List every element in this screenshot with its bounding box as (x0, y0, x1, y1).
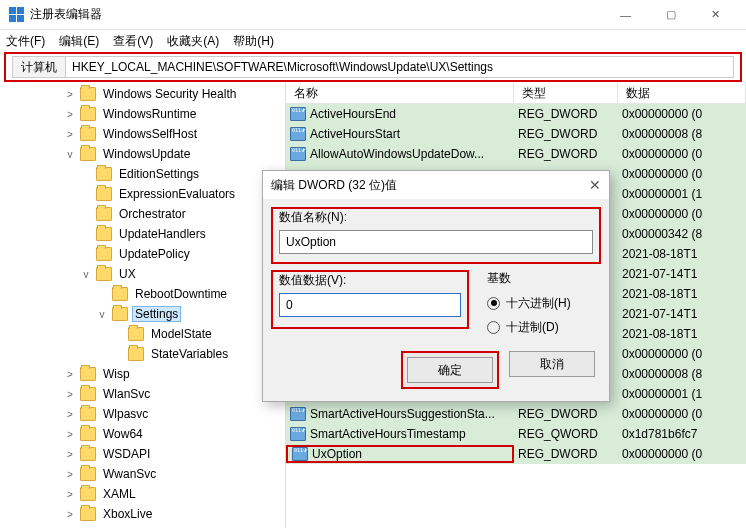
menu-favorites[interactable]: 收藏夹(A) (167, 33, 219, 50)
value-type: REG_DWORD (514, 127, 618, 141)
tree-toggle-icon[interactable]: v (96, 309, 108, 320)
col-data[interactable]: 数据 (618, 82, 746, 103)
tree-item[interactable]: >Wlpasvc (0, 404, 285, 424)
dword-icon (290, 427, 306, 441)
tree-item[interactable]: vUX (0, 264, 285, 284)
tree-item-label: WlanSvc (100, 386, 153, 402)
list-row[interactable]: ActiveHoursEndREG_DWORD0x00000000 (0 (286, 104, 746, 124)
registry-tree[interactable]: >Windows Security Health>WindowsRuntime>… (0, 82, 286, 528)
tree-item[interactable]: Orchestrator (0, 204, 285, 224)
tree-item[interactable]: >Wow64 (0, 424, 285, 444)
menu-help[interactable]: 帮助(H) (233, 33, 274, 50)
tree-item[interactable]: >Windows Security Health (0, 84, 285, 104)
regedit-icon (8, 7, 24, 23)
radio-hex-icon (487, 297, 500, 310)
list-row[interactable]: AllowAutoWindowsUpdateDow...REG_DWORD0x0… (286, 144, 746, 164)
tree-toggle-icon[interactable]: v (64, 149, 76, 160)
address-bar[interactable]: 计算机 HKEY_LOCAL_MACHINE\SOFTWARE\Microsof… (12, 56, 734, 78)
folder-icon (80, 487, 96, 501)
cancel-button[interactable]: 取消 (509, 351, 595, 377)
tree-toggle-icon[interactable]: > (64, 389, 76, 400)
ok-button[interactable]: 确定 (407, 357, 493, 383)
tree-item[interactable]: >XboxLive (0, 504, 285, 524)
value-name-field[interactable] (279, 230, 593, 254)
tree-toggle-icon[interactable]: v (80, 269, 92, 280)
tree-item[interactable]: >WindowsSelfHost (0, 124, 285, 144)
tree-item-label: WindowsRuntime (100, 106, 199, 122)
tree-item-label: UX (116, 266, 139, 282)
value-data-field[interactable] (279, 293, 461, 317)
tree-item-label: RebootDowntime (132, 286, 230, 302)
tree-toggle-icon[interactable]: > (64, 109, 76, 120)
tree-item[interactable]: UpdatePolicy (0, 244, 285, 264)
tree-item[interactable]: EditionSettings (0, 164, 285, 184)
value-data: 0x00000342 (8 (618, 227, 746, 241)
tree-item-label: Windows Security Health (100, 86, 239, 102)
close-button[interactable]: ✕ (693, 0, 738, 30)
list-header: 名称 类型 数据 (286, 82, 746, 104)
tree-item[interactable]: ModelState (0, 324, 285, 344)
value-name: AllowAutoWindowsUpdateDow... (310, 147, 484, 161)
menu-edit[interactable]: 编辑(E) (59, 33, 99, 50)
folder-icon (96, 227, 112, 241)
list-row[interactable]: SmartActiveHoursSuggestionSta...REG_DWOR… (286, 404, 746, 424)
tree-toggle-icon[interactable]: > (64, 469, 76, 480)
tree-toggle-icon[interactable]: > (64, 129, 76, 140)
tree-item-label: Wisp (100, 366, 133, 382)
value-data: 0x00000000 (0 (618, 147, 746, 161)
dialog-titlebar[interactable]: 编辑 DWORD (32 位)值 ✕ (263, 171, 609, 199)
tree-toggle-icon[interactable]: > (64, 369, 76, 380)
dialog-close-icon[interactable]: ✕ (571, 177, 601, 193)
radio-hex[interactable]: 十六进制(H) (487, 291, 593, 315)
window-title: 注册表编辑器 (30, 6, 603, 23)
tree-item-label: WwanSvc (100, 466, 159, 482)
tree-toggle-icon[interactable]: > (64, 409, 76, 420)
tree-toggle-icon[interactable]: > (64, 89, 76, 100)
value-data: 2021-08-18T1 (618, 327, 746, 341)
maximize-button[interactable]: ▢ (648, 0, 693, 30)
tree-item[interactable]: vWindowsUpdate (0, 144, 285, 164)
folder-icon (80, 367, 96, 381)
list-row[interactable]: UxOptionREG_DWORD0x00000000 (0 (286, 444, 746, 464)
folder-icon (80, 467, 96, 481)
list-row[interactable]: SmartActiveHoursTimestampREG_QWORD0x1d78… (286, 424, 746, 444)
tree-item[interactable]: >WindowsRuntime (0, 104, 285, 124)
radio-dec[interactable]: 十进制(D) (487, 315, 593, 339)
tree-item[interactable]: >WSDAPI (0, 444, 285, 464)
tree-item-label: ModelState (148, 326, 215, 342)
tree-item[interactable]: UpdateHandlers (0, 224, 285, 244)
address-label: 计算机 (13, 57, 66, 77)
tree-item[interactable]: >WlanSvc (0, 384, 285, 404)
dword-icon (290, 107, 306, 121)
list-row[interactable]: ActiveHoursStartREG_DWORD0x00000008 (8 (286, 124, 746, 144)
folder-icon (80, 447, 96, 461)
tree-item[interactable]: >WwanSvc (0, 464, 285, 484)
tree-item-label: ExpressionEvaluators (116, 186, 238, 202)
address-path[interactable]: HKEY_LOCAL_MACHINE\SOFTWARE\Microsoft\Wi… (66, 60, 733, 74)
minimize-button[interactable]: — (603, 0, 648, 30)
tree-toggle-icon[interactable]: > (64, 449, 76, 460)
folder-icon (112, 287, 128, 301)
tree-item[interactable]: >Wisp (0, 364, 285, 384)
col-type[interactable]: 类型 (514, 82, 618, 103)
tree-toggle-icon[interactable]: > (64, 489, 76, 500)
ok-button-highlight: 确定 (401, 351, 499, 389)
tree-toggle-icon[interactable]: > (64, 509, 76, 520)
dialog-title: 编辑 DWORD (32 位)值 (271, 177, 397, 194)
folder-icon (96, 167, 112, 181)
tree-item[interactable]: RebootDowntime (0, 284, 285, 304)
menubar: 文件(F) 编辑(E) 查看(V) 收藏夹(A) 帮助(H) (0, 30, 746, 52)
tree-item[interactable]: ExpressionEvaluators (0, 184, 285, 204)
tree-item[interactable]: vSettings (0, 304, 285, 324)
value-data: 2021-07-14T1 (618, 307, 746, 321)
tree-item[interactable]: >XAML (0, 484, 285, 504)
folder-icon (80, 127, 96, 141)
tree-item[interactable]: StateVariables (0, 344, 285, 364)
menu-file[interactable]: 文件(F) (6, 33, 45, 50)
menu-view[interactable]: 查看(V) (113, 33, 153, 50)
value-data: 0x00000000 (0 (618, 207, 746, 221)
folder-icon (80, 107, 96, 121)
tree-toggle-icon[interactable]: > (64, 429, 76, 440)
value-name: SmartActiveHoursTimestamp (310, 427, 466, 441)
col-name[interactable]: 名称 (286, 82, 514, 103)
